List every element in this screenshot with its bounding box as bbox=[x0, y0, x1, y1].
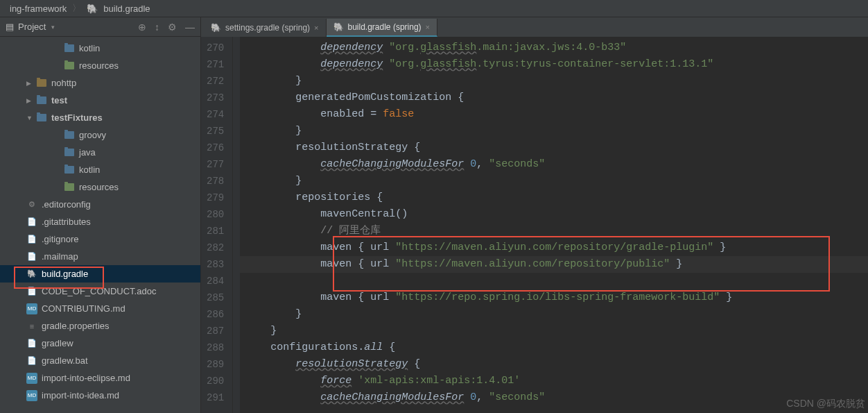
folder-icon bbox=[36, 95, 47, 106]
chevron-icon[interactable] bbox=[26, 115, 36, 121]
collapse-icon[interactable]: — bbox=[185, 22, 195, 33]
code-editor[interactable]: dependency "org.glassfish.main:javax.jws… bbox=[240, 37, 868, 413]
code-line[interactable]: } bbox=[240, 306, 868, 323]
tree-item[interactable]: 📄.gitattributes bbox=[0, 213, 200, 230]
gear-icon[interactable]: ⚙ bbox=[168, 22, 177, 33]
tree-item[interactable]: 📄.mailmap bbox=[0, 248, 200, 265]
code-line[interactable]: generatedPomCustomization { bbox=[240, 90, 868, 106]
line-number: 270 bbox=[207, 40, 224, 56]
code-line[interactable]: } bbox=[240, 123, 868, 140]
tree-item[interactable]: kotlin bbox=[0, 40, 200, 57]
tree-item[interactable]: 📄gradlew bbox=[0, 335, 200, 352]
gradle-icon: 🐘 bbox=[26, 269, 37, 280]
tree-item-label: resources bbox=[79, 182, 119, 192]
code-line[interactable] bbox=[240, 273, 868, 289]
tree-item[interactable]: 📄gradlew.bat bbox=[0, 352, 200, 369]
tree-item[interactable]: test bbox=[0, 92, 200, 109]
folder-icon bbox=[64, 60, 75, 71]
tree-item[interactable]: resources bbox=[0, 178, 200, 196]
project-tree[interactable]: kotlinresourcesnohttptesttestFixturesgro… bbox=[0, 37, 200, 413]
tree-item[interactable]: MDimport-into-eclipse.md bbox=[0, 369, 200, 387]
code-line[interactable]: cacheChangingModulesFor 0, "seconds" bbox=[240, 389, 868, 406]
line-gutter: 2702712722732742752762772782792802812822… bbox=[201, 37, 233, 413]
folder-icon bbox=[64, 147, 75, 158]
file-icon: 📄 bbox=[26, 338, 37, 349]
tree-item-label: .editorconfig bbox=[42, 199, 91, 210]
tree-item-label: import-into-idea.md bbox=[42, 390, 119, 401]
markdown-icon: MD bbox=[26, 303, 37, 314]
tree-item[interactable]: 📄CODE_OF_CONDUCT.adoc bbox=[0, 283, 200, 300]
chevron-icon[interactable] bbox=[26, 80, 36, 87]
tree-item-label: testFixtures bbox=[51, 112, 103, 123]
folder-icon bbox=[64, 130, 75, 141]
code-line[interactable]: dependency "org.glassfish.main:javax.jws… bbox=[240, 40, 868, 56]
project-dropdown[interactable]: ▤ Project bbox=[6, 22, 138, 32]
tree-item[interactable]: MDimport-into-idea.md bbox=[0, 387, 200, 404]
code-line[interactable]: mavenCentral() bbox=[240, 206, 868, 223]
tree-item-label: CONTRIBUTING.md bbox=[42, 303, 125, 314]
editor-area: 🐘settings.gradle (spring)×🐘build.gradle … bbox=[201, 17, 868, 413]
project-icon: ▤ bbox=[6, 22, 14, 32]
locate-icon[interactable]: ⊕ bbox=[138, 22, 146, 33]
tree-item[interactable]: 🐘build.gradle bbox=[0, 265, 200, 283]
gradle-icon: 🐘 bbox=[211, 23, 221, 33]
breadcrumb-file[interactable]: build.gradle bbox=[101, 3, 153, 14]
tree-item-label: gradlew bbox=[42, 338, 73, 348]
code-line[interactable]: cacheChangingModulesFor 0, "seconds" bbox=[240, 156, 868, 173]
tree-item[interactable]: nohttp bbox=[0, 74, 200, 92]
tree-item[interactable]: MDCONTRIBUTING.md bbox=[0, 300, 200, 317]
code-line[interactable]: repositories { bbox=[240, 189, 868, 206]
code-line[interactable]: maven { url "https://maven.aliyun.com/re… bbox=[240, 256, 868, 273]
editor-tab[interactable]: 🐘build.gradle (spring)× bbox=[327, 19, 438, 37]
code-line[interactable]: maven { url "https://maven.aliyun.com/re… bbox=[240, 239, 868, 256]
code-line[interactable]: // 阿里仓库 bbox=[240, 223, 868, 239]
tree-item[interactable]: ≡gradle.properties bbox=[0, 317, 200, 335]
line-number: 275 bbox=[207, 123, 224, 140]
tree-item-label: .gitignore bbox=[42, 234, 78, 244]
tree-item[interactable]: resources bbox=[0, 57, 200, 74]
tree-item-label: groovy bbox=[79, 130, 106, 140]
breadcrumb-root[interactable]: ing-framework bbox=[7, 3, 69, 14]
code-line[interactable]: configurations.all { bbox=[240, 339, 868, 356]
expand-icon[interactable]: ↕ bbox=[155, 22, 159, 33]
gutter-marks bbox=[233, 37, 240, 413]
tree-item-label: import-into-eclipse.md bbox=[42, 373, 130, 383]
line-number: 274 bbox=[207, 106, 224, 123]
close-icon[interactable]: × bbox=[314, 24, 318, 32]
close-icon[interactable]: × bbox=[426, 23, 430, 31]
code-line[interactable]: } bbox=[240, 323, 868, 339]
code-line[interactable]: resolutionStrategy { bbox=[240, 140, 868, 156]
tree-item[interactable]: java bbox=[0, 144, 200, 161]
tree-item[interactable]: kotlin bbox=[0, 161, 200, 178]
editor-tabs: 🐘settings.gradle (spring)×🐘build.gradle … bbox=[201, 17, 868, 37]
tree-item[interactable]: 📄.gitignore bbox=[0, 230, 200, 248]
tree-item-label: kotlin bbox=[79, 43, 100, 53]
tree-item[interactable]: ⚙.editorconfig bbox=[0, 196, 200, 213]
tree-item[interactable]: testFixtures bbox=[0, 109, 200, 126]
markdown-icon: MD bbox=[26, 390, 37, 401]
code-line[interactable]: } bbox=[240, 73, 868, 90]
line-number: 283 bbox=[207, 256, 224, 273]
tab-label: build.gradle (spring) bbox=[348, 22, 422, 32]
folder-icon bbox=[36, 78, 47, 89]
chevron-icon[interactable] bbox=[26, 97, 36, 104]
line-number: 277 bbox=[207, 156, 224, 173]
tree-item[interactable]: groovy bbox=[0, 126, 200, 144]
code-line[interactable]: maven { url "https://repo.spring.io/libs… bbox=[240, 289, 868, 306]
line-number: 287 bbox=[207, 323, 224, 339]
folder-icon bbox=[64, 43, 75, 54]
line-number: 288 bbox=[207, 339, 224, 356]
folder-icon bbox=[64, 165, 75, 176]
code-line[interactable]: enabled = false bbox=[240, 106, 868, 123]
code-line[interactable]: } bbox=[240, 173, 868, 189]
line-number: 272 bbox=[207, 73, 224, 90]
line-number: 278 bbox=[207, 173, 224, 189]
file-icon: 📄 bbox=[26, 234, 37, 245]
file-icon: 📄 bbox=[26, 286, 37, 297]
line-number: 280 bbox=[207, 206, 224, 223]
code-line[interactable]: dependency "org.glassfish.tyrus:tyrus-co… bbox=[240, 56, 868, 73]
editor-tab[interactable]: 🐘settings.gradle (spring)× bbox=[204, 19, 327, 37]
code-line[interactable]: resolutionStrategy { bbox=[240, 356, 868, 373]
line-number: 281 bbox=[207, 223, 224, 239]
code-line[interactable]: force 'xml-apis:xml-apis:1.4.01' bbox=[240, 373, 868, 389]
